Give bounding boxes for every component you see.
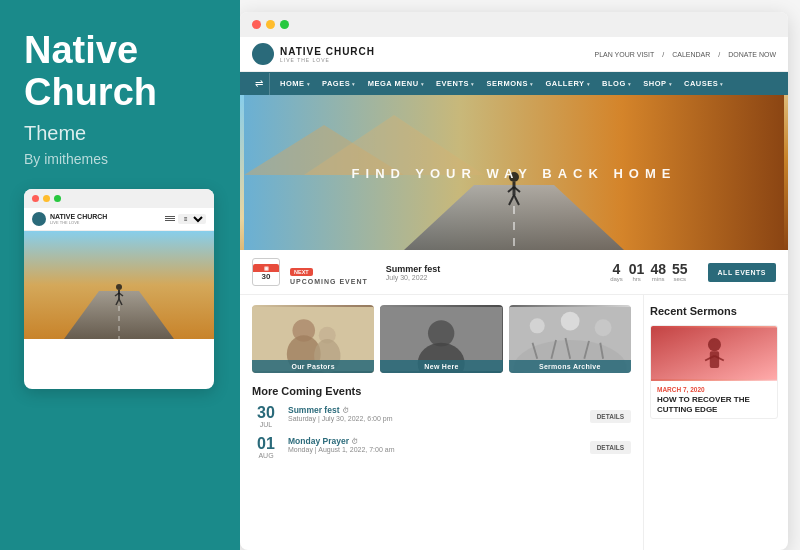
clock-icon-1: ⏱: [342, 407, 349, 414]
event-month-1: JUL: [260, 421, 272, 428]
desktop-menu: ⇌ HOME ▾ PAGES ▾ MEGA MENU ▾ EVENTS ▾ SE…: [240, 72, 788, 95]
event-info-2: Monday Prayer ⏱ Monday | August 1, 2022,…: [288, 436, 582, 453]
event-item-1: 30 JUL Summer fest ⏱ Saturday | July 30,…: [252, 405, 631, 428]
desktop-logo-tagline: LIVE THE LOVE: [280, 57, 375, 63]
count-secs: 55 secs: [672, 262, 688, 282]
event-date-bar: July 30, 2022: [386, 274, 441, 281]
title-line1: Native: [24, 29, 138, 71]
days-num: 4: [613, 262, 621, 276]
our-pastors-card[interactable]: Our Pastors: [252, 305, 374, 373]
mobile-preview: NATIVE CHURCH LIVE THE LOVE ≡ O D I G Y …: [24, 189, 214, 389]
plan-visit-link[interactable]: PLAN YOUR VISIT: [594, 51, 654, 58]
desktop-preview: NATIVE CHURCH LIVE THE LOVE PLAN YOUR VI…: [240, 12, 788, 550]
svg-point-29: [529, 318, 544, 333]
clock-icon-2: ⏱: [351, 438, 358, 445]
separator2: /: [718, 51, 720, 58]
desktop-hero: FIND YOUR WAY BACK HOME: [240, 95, 788, 250]
event-datetime-2: Monday | August 1, 2022, 7:00 am: [288, 446, 582, 453]
events-bar: ▦ 30 NEXT UPCOMING EVENT Summer fest Jul…: [240, 250, 788, 295]
left-panel: Native Church Theme By imithemes NATIVE …: [0, 0, 240, 550]
share-icon[interactable]: ⇌: [248, 73, 270, 95]
count-days: 4 days: [610, 262, 623, 282]
theme-title: Native Church Theme By imithemes: [24, 30, 216, 167]
all-events-button[interactable]: ALL EVENTS: [708, 263, 776, 282]
next-badge-container: NEXT UPCOMING EVENT: [290, 260, 368, 285]
event-datetime-1: Saturday | July 30, 2022, 6:00 pm: [288, 415, 582, 422]
menu-gallery[interactable]: GALLERY ▾: [540, 72, 597, 95]
sermon-card[interactable]: MARCH 7, 2020 HOW TO RECOVER THE CUTTING…: [650, 325, 778, 419]
event-date-block-2: 01 AUG: [252, 436, 280, 459]
event-info-1: Summer fest ⏱ Saturday | July 30, 2022, …: [288, 405, 582, 422]
mobile-nav-right: ≡: [165, 214, 206, 224]
event-title-2[interactable]: Monday Prayer ⏱: [288, 436, 582, 446]
menu-blog[interactable]: BLOG ▾: [596, 72, 637, 95]
sermon-image: [651, 326, 777, 381]
event-name: Summer fest: [386, 264, 441, 274]
menu-mega[interactable]: MEGA MENU ▾: [362, 72, 430, 95]
menu-causes[interactable]: CAUSES ▾: [678, 72, 730, 95]
sermons-archive-label: Sermons Archive: [509, 360, 631, 373]
desktop-top-links: PLAN YOUR VISIT / CALENDAR / DONATE NOW: [594, 51, 776, 58]
event-day-1: 30: [257, 405, 275, 421]
event-date-block-1: 30 JUL: [252, 405, 280, 428]
mobile-logo-icon: [32, 212, 46, 226]
menu-sermons[interactable]: SERMONS ▾: [481, 72, 540, 95]
mobile-hero: O D I G Y O U R W A Y B A C K H: [24, 231, 214, 339]
count-mins: 48 mins: [650, 262, 666, 282]
mobile-select[interactable]: ≡: [178, 214, 206, 224]
dot-green-desktop: [280, 20, 289, 29]
hrs-num: 01: [629, 262, 645, 276]
dot-yellow-desktop: [266, 20, 275, 29]
sermons-archive-card[interactable]: Sermons Archive: [509, 305, 631, 373]
new-here-label: New Here: [380, 360, 502, 373]
content-left: Our Pastors New Here: [240, 295, 643, 550]
event-item-2: 01 AUG Monday Prayer ⏱ Monday | August 1…: [252, 436, 631, 459]
theme-by: By imithemes: [24, 151, 216, 167]
content-area: Our Pastors New Here: [240, 295, 788, 550]
mobile-nav: NATIVE CHURCH LIVE THE LOVE ≡: [24, 208, 214, 231]
countdown: 4 days 01 hrs 48 mins 55 secs: [610, 262, 687, 282]
event-day-2: 01: [257, 436, 275, 452]
donate-link[interactable]: DONATE NOW: [728, 51, 776, 58]
dot-green: [54, 195, 61, 202]
new-here-card[interactable]: New Here: [380, 305, 502, 373]
menu-events[interactable]: EVENTS ▾: [430, 72, 481, 95]
mobile-logo: NATIVE CHURCH LIVE THE LOVE: [32, 212, 107, 226]
count-hrs: 01 hrs: [629, 262, 645, 282]
right-panel: NATIVE CHURCH LIVE THE LOVE PLAN YOUR VI…: [240, 0, 800, 550]
details-btn-1[interactable]: DETAILS: [590, 410, 631, 423]
svg-point-31: [594, 319, 611, 336]
next-badge: NEXT: [290, 268, 313, 276]
dot-red-desktop: [252, 20, 261, 29]
mins-num: 48: [650, 262, 666, 276]
calendar-link[interactable]: CALENDAR: [672, 51, 710, 58]
desktop-logo: NATIVE CHURCH LIVE THE LOVE: [252, 43, 375, 65]
dot-yellow: [43, 195, 50, 202]
event-title-1[interactable]: Summer fest ⏱: [288, 405, 582, 415]
our-pastors-label: Our Pastors: [252, 360, 374, 373]
menu-home[interactable]: HOME ▾: [274, 72, 316, 95]
more-events-title: More Coming Events: [252, 385, 631, 397]
event-month-2: AUG: [258, 452, 273, 459]
svg-point-40: [708, 338, 721, 351]
calendar-icon: ▦ 30: [252, 258, 280, 286]
theme-subtitle: Theme: [24, 122, 216, 145]
title-line2: Church: [24, 71, 157, 113]
recent-sermons-title: Recent Sermons: [650, 305, 778, 317]
sermon-date: MARCH 7, 2020: [657, 386, 771, 393]
mobile-logo-text: NATIVE CHURCH: [50, 213, 107, 220]
separator1: /: [662, 51, 664, 58]
dot-red: [32, 195, 39, 202]
content-right: Recent Sermons: [643, 295, 788, 550]
svg-point-30: [560, 312, 579, 331]
menu-shop[interactable]: SHOP ▾: [637, 72, 678, 95]
svg-rect-41: [710, 351, 719, 368]
menu-pages[interactable]: PAGES ▾: [316, 72, 362, 95]
desktop-logo-icon: [252, 43, 274, 65]
event-details: Summer fest July 30, 2022: [386, 264, 441, 281]
svg-point-26: [428, 320, 454, 346]
upcoming-label: UPCOMING EVENT: [290, 278, 368, 285]
mobile-logo-tagline: LIVE THE LOVE: [50, 220, 107, 225]
hamburger-icon[interactable]: [165, 215, 175, 222]
details-btn-2[interactable]: DETAILS: [590, 441, 631, 454]
